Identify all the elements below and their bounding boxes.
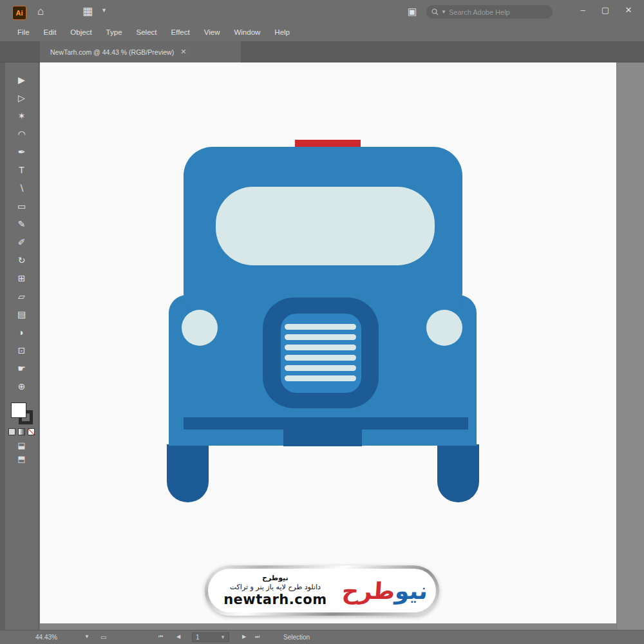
menu-file[interactable]: File [10, 26, 37, 39]
watermark-brand-name: نیوطرح [262, 574, 289, 582]
bus-windshield[interactable] [216, 187, 435, 265]
bus-bumper[interactable] [184, 417, 468, 430]
gradient-tool[interactable]: ▤ [14, 306, 30, 323]
bus-grille-slat [285, 324, 356, 330]
bus-left-wheel[interactable] [167, 444, 209, 502]
home-icon[interactable]: ⌂ [37, 4, 44, 19]
menu-effect[interactable]: Effect [164, 26, 197, 39]
rotate-tool[interactable]: ↻ [14, 252, 30, 269]
zoom-caret-icon[interactable]: ▼ [84, 634, 90, 639]
watermark-tagline: دانلود طرح لایه باز بنر و تراکت [230, 583, 321, 591]
status-bar: 44.43% ▼ ▭ ⏮ ◀ 1 ▼ ▶ ⏭ Selection [0, 630, 644, 644]
bus-grille-slat [285, 365, 356, 371]
document-tab[interactable]: NewTarh.com @ 44.43 % (RGB/Preview) ✕ [40, 41, 241, 62]
previous-artboard-icon[interactable]: ◀ [176, 634, 180, 639]
bus-grille-slat [285, 345, 356, 350]
zoom-presets-icon[interactable]: ▭ [100, 634, 106, 641]
close-button[interactable]: ✕ [622, 5, 635, 15]
type-tool[interactable]: T [14, 162, 30, 178]
eyedropper-tool[interactable]: ◗ [14, 324, 30, 341]
color-control-row [8, 428, 35, 435]
color-button[interactable] [8, 428, 15, 435]
watermark-url: newtarh.com [223, 592, 327, 607]
illustrator-app-icon: Ai [12, 6, 26, 20]
vertical-scrollbar[interactable] [616, 62, 644, 630]
pencil-tool[interactable]: ✐ [14, 234, 30, 251]
tab-close-icon[interactable]: ✕ [180, 48, 186, 56]
draw-mode-icon[interactable]: ⬓ [17, 440, 25, 450]
search-icon [431, 8, 439, 15]
scale-tool[interactable]: ⊞ [14, 270, 30, 287]
workspace-caret-icon[interactable]: ▼ [101, 7, 107, 14]
newtarh-logo: نیو طرح [332, 578, 436, 604]
workspace-switcher-icon[interactable]: ▦ [82, 4, 93, 19]
free-transform-tool[interactable]: ▱ [14, 288, 30, 305]
last-artboard-icon[interactable]: ⏭ [255, 634, 260, 640]
zoom-level[interactable]: 44.43% [35, 634, 57, 641]
watermark-text-block: نیوطرح دانلود طرح لایه باز بنر و تراکت n… [208, 574, 334, 607]
menu-select[interactable]: Select [129, 26, 164, 39]
menu-bar: File Edit Object Type Select Effect View… [0, 23, 644, 41]
status-display: Selection [283, 634, 310, 641]
rectangle-tool[interactable]: ▭ [14, 198, 30, 214]
direct-selection-tool[interactable]: ▷ [14, 90, 30, 106]
bus-grille-slat [285, 334, 356, 340]
first-artboard-icon[interactable]: ⏮ [158, 634, 163, 640]
magic-wand-tool[interactable]: ✶ [14, 108, 30, 124]
bus-illustration[interactable] [40, 62, 616, 623]
bus-grille-slat [285, 355, 356, 361]
arrange-documents-icon[interactable]: ▣ [408, 4, 417, 19]
zoom-tool[interactable]: ⊕ [14, 378, 30, 395]
menu-type[interactable]: Type [99, 26, 129, 39]
document-tab-title: NewTarh.com @ 44.43 % (RGB/Preview) [50, 48, 174, 56]
artboard-number: 1 [196, 634, 200, 641]
menu-view[interactable]: View [197, 26, 227, 39]
bus-grille-slat [285, 375, 356, 381]
bus-right-headlight[interactable] [426, 310, 462, 346]
menu-object[interactable]: Object [63, 26, 99, 39]
lasso-tool[interactable]: ◠ [14, 126, 30, 142]
bus-left-headlight[interactable] [182, 310, 218, 346]
fill-stroke-swatches[interactable] [11, 402, 33, 424]
artboard-caret-icon[interactable]: ▼ [220, 634, 225, 640]
artboard-tool[interactable]: ⊡ [14, 342, 30, 359]
menu-edit[interactable]: Edit [37, 26, 64, 39]
minimize-button[interactable]: – [576, 5, 589, 15]
next-artboard-icon[interactable]: ▶ [242, 634, 246, 639]
maximize-button[interactable]: ▢ [599, 5, 612, 15]
menu-window[interactable]: Window [227, 26, 267, 39]
artboard-number-field[interactable]: 1 ▼ [192, 632, 229, 642]
newtarh-logo-blue-part: نیو [394, 578, 429, 604]
artboard-canvas[interactable]: نیوطرح دانلود طرح لایه باز بنر و تراکت n… [40, 62, 616, 623]
watermark-inner: نیوطرح دانلود طرح لایه باز بنر و تراکت n… [208, 569, 436, 612]
hand-tool[interactable]: ☛ [14, 360, 30, 377]
screen-mode-icon[interactable]: ⬒ [17, 454, 25, 464]
bus-bumper-center-tab[interactable] [283, 429, 362, 446]
line-segment-tool[interactable]: ∖ [14, 180, 30, 196]
newtarh-watermark-badge[interactable]: نیوطرح دانلود طرح لایه باز بنر و تراکت n… [205, 565, 439, 616]
pen-tool[interactable]: ✒ [14, 144, 30, 160]
title-bar: Ai ⌂ ▦ ▼ ▣ ▼ – ▢ ✕ [0, 0, 644, 23]
tab-bar: NewTarh.com @ 44.43 % (RGB/Preview) ✕ [0, 41, 644, 62]
none-button[interactable] [28, 428, 35, 435]
newtarh-logo-red-part: طرح [341, 578, 395, 604]
help-search-box[interactable]: ▼ [426, 5, 553, 19]
horizontal-scrollbar[interactable] [40, 623, 616, 630]
selection-tool[interactable]: ▶ [14, 71, 30, 88]
search-input[interactable] [449, 8, 539, 16]
fill-swatch[interactable] [11, 402, 26, 418]
tools-panel: ▶ ▷ ✶ ◠ ✒ T ∖ ▭ ✎ ✐ ↻ ⊞ ▱ ▤ ◗ ⊡ ☛ ⊕ ⬓ ⬒ [0, 62, 39, 630]
menu-help[interactable]: Help [267, 26, 297, 39]
paintbrush-tool[interactable]: ✎ [14, 216, 30, 232]
search-scope-caret-icon[interactable]: ▼ [441, 9, 446, 15]
bus-right-wheel[interactable] [437, 444, 479, 502]
gradient-button[interactable] [18, 428, 25, 435]
